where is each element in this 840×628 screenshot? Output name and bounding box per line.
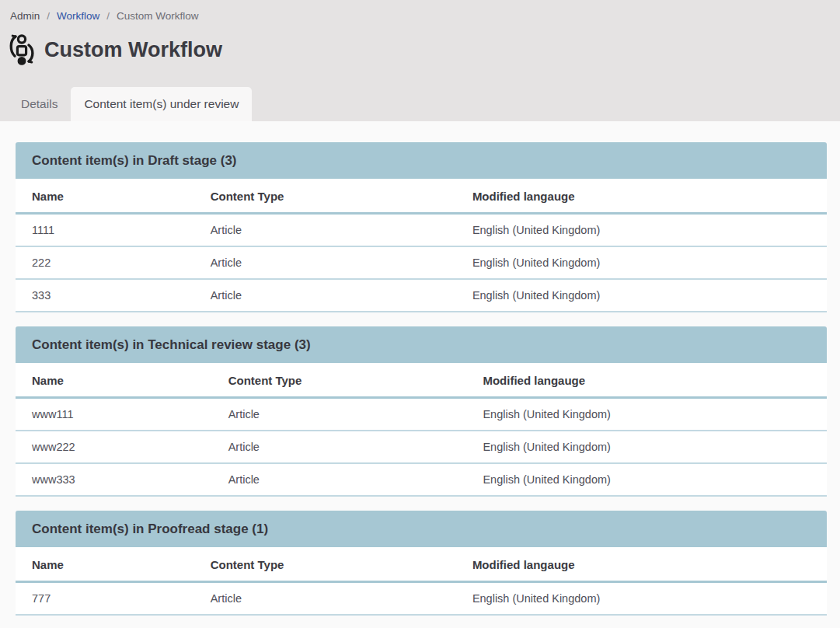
- breadcrumb-item-custom-workflow: Custom Workflow: [117, 10, 199, 22]
- stage-section-technical-review: Content item(s) in Technical review stag…: [16, 326, 827, 497]
- cell-modified-language: English (United Kingdom): [466, 463, 827, 496]
- column-header-content-type: Content Type: [194, 547, 456, 582]
- tab-content-items-under-review[interactable]: Content item(s) under review: [71, 87, 252, 121]
- cell-content-type: Article: [194, 279, 456, 312]
- column-header-content-type: Content Type: [194, 179, 456, 214]
- stage-section-title: Content item(s) in Draft stage (3): [16, 142, 827, 179]
- table-row: www333 Article English (United Kingdom): [16, 463, 827, 496]
- cell-modified-language: English (United Kingdom): [456, 214, 827, 247]
- breadcrumb-item-admin: Admin: [10, 10, 40, 22]
- cell-content-type: Article: [194, 246, 456, 279]
- tab-details[interactable]: Details: [8, 87, 71, 121]
- stage-table-draft: Name Content Type Modified langauge 1111…: [16, 179, 827, 312]
- table-header-row: Name Content Type Modified langauge: [16, 363, 827, 398]
- breadcrumb: Admin / Workflow / Custom Workflow: [0, 0, 840, 22]
- stage-section-draft: Content item(s) in Draft stage (3) Name …: [16, 142, 827, 312]
- page-header: Admin / Workflow / Custom Workflow Custo…: [0, 0, 840, 121]
- column-header-name: Name: [16, 363, 212, 398]
- cell-modified-language: English (United Kingdom): [466, 398, 827, 431]
- cell-modified-language: English (United Kingdom): [456, 279, 827, 312]
- table-header-row: Name Content Type Modified langauge: [16, 547, 827, 582]
- cell-content-type: Article: [194, 214, 456, 247]
- tab-panel-content-under-review: Content item(s) in Draft stage (3) Name …: [0, 121, 840, 628]
- stage-table-technical-review: Name Content Type Modified langauge www1…: [16, 363, 827, 497]
- table-row: 777 Article English (United Kingdom): [16, 582, 827, 616]
- breadcrumb-item-workflow[interactable]: Workflow: [57, 10, 99, 22]
- cell-content-type: Article: [212, 398, 467, 431]
- workflow-icon: [6, 33, 36, 66]
- stage-section-title: Content item(s) in Proofread stage (1): [16, 511, 827, 547]
- column-header-modified-language: Modified langauge: [456, 547, 827, 582]
- cell-name: 1111: [16, 214, 194, 247]
- cell-modified-language: English (United Kingdom): [456, 246, 827, 279]
- table-header-row: Name Content Type Modified langauge: [16, 179, 827, 214]
- tab-bar: Details Content item(s) under review: [8, 87, 252, 121]
- stage-section-proofread: Content item(s) in Proofread stage (1) N…: [16, 511, 827, 616]
- cell-name: www222: [16, 431, 212, 463]
- title-row: Custom Workflow: [0, 33, 840, 66]
- column-header-modified-language: Modified langauge: [456, 179, 827, 214]
- cell-modified-language: English (United Kingdom): [456, 582, 827, 616]
- column-header-modified-language: Modified langauge: [466, 363, 827, 398]
- cell-name: 777: [16, 582, 194, 616]
- breadcrumb-separator: /: [47, 10, 50, 22]
- table-row: www111 Article English (United Kingdom): [16, 398, 827, 431]
- cell-name: www333: [16, 463, 212, 496]
- cell-name: www111: [16, 398, 212, 431]
- cell-content-type: Article: [194, 582, 456, 616]
- cell-content-type: Article: [212, 431, 467, 463]
- column-header-content-type: Content Type: [212, 363, 467, 398]
- page-title: Custom Workflow: [44, 38, 222, 62]
- table-row: 1111 Article English (United Kingdom): [16, 214, 827, 247]
- cell-content-type: Article: [212, 463, 467, 496]
- column-header-name: Name: [16, 179, 194, 214]
- stage-table-proofread: Name Content Type Modified langauge 777 …: [16, 547, 827, 616]
- cell-name: 333: [16, 279, 194, 312]
- table-row: www222 Article English (United Kingdom): [16, 431, 827, 463]
- table-row: 333 Article English (United Kingdom): [16, 279, 827, 312]
- stage-section-title: Content item(s) in Technical review stag…: [16, 326, 827, 363]
- breadcrumb-separator: /: [106, 10, 110, 22]
- cell-modified-language: English (United Kingdom): [466, 431, 827, 463]
- table-row: 222 Article English (United Kingdom): [16, 246, 827, 279]
- cell-name: 222: [16, 246, 194, 279]
- column-header-name: Name: [16, 547, 194, 582]
